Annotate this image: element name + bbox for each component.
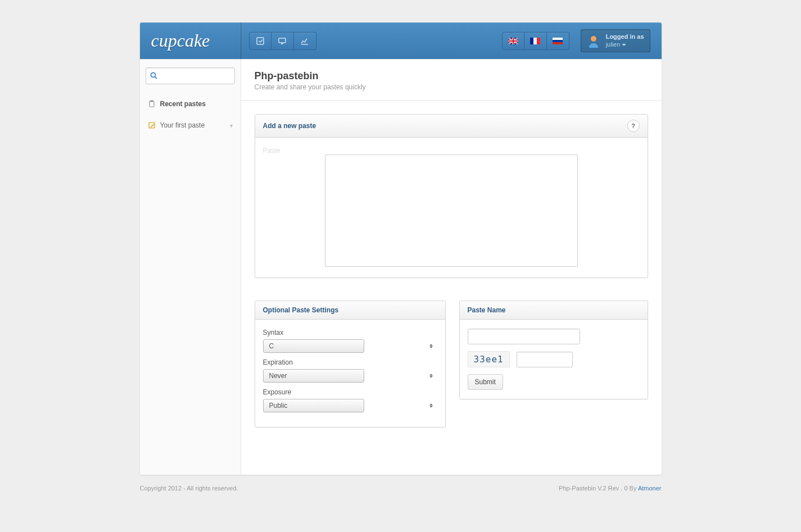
svg-point-9 [591, 36, 596, 42]
sidebar-item-first-paste[interactable]: Your first paste ▾ [146, 118, 235, 133]
flag-uk-icon [508, 38, 518, 44]
footer-credits: Php-Pastebin V.2 Rev . 0 By Atmoner [559, 485, 661, 492]
syntax-label: Syntax [263, 329, 437, 337]
svg-rect-4 [533, 38, 537, 44]
captcha-input[interactable] [517, 352, 573, 367]
recent-pastes-heading: Recent pastes [146, 97, 235, 111]
svg-rect-5 [537, 38, 540, 44]
help-button[interactable]: ? [627, 120, 640, 132]
monitor-button[interactable] [271, 32, 294, 50]
svg-rect-0 [257, 38, 264, 44]
search-input[interactable] [146, 67, 235, 84]
new-paste-button[interactable] [249, 32, 271, 50]
paste-textarea[interactable] [325, 154, 578, 267]
language-switcher [502, 32, 569, 50]
logo[interactable]: cupcake [151, 30, 241, 51]
topbar: cupcake [140, 22, 662, 59]
panel-title: Optional Paste Settings [263, 306, 339, 314]
svg-rect-7 [553, 40, 563, 42]
monitor-icon [278, 37, 287, 46]
chevron-down-icon: ▾ [230, 122, 233, 129]
stats-button[interactable] [294, 32, 316, 50]
caret-down-icon [622, 44, 626, 46]
page-title: Php-pastebin [255, 70, 648, 82]
user-menu[interactable]: Logged in as julien [581, 29, 650, 52]
svg-rect-3 [530, 38, 533, 44]
footer: Copyright 2012 - All rights reserved. Ph… [140, 485, 662, 492]
svg-point-10 [151, 73, 155, 78]
expiration-select[interactable]: Never [263, 369, 364, 383]
flag-fr-icon [530, 38, 540, 44]
submit-button[interactable]: Submit [468, 374, 503, 390]
paste-label: Paste [263, 147, 319, 154]
expiration-label: Expiration [263, 358, 437, 366]
footer-copyright: Copyright 2012 - All rights reserved. [140, 485, 238, 492]
user-name: julien [606, 41, 644, 48]
toolbar-buttons [249, 32, 316, 50]
main-content: Php-pastebin Create and share your paste… [241, 59, 662, 475]
syntax-select[interactable]: C [263, 339, 364, 353]
panel-paste-name: Paste Name 33ee1 Submit [459, 301, 648, 399]
avatar-icon [587, 34, 600, 48]
svg-rect-12 [151, 101, 153, 102]
paste-name-input[interactable] [468, 329, 580, 344]
lang-en[interactable] [502, 32, 524, 50]
exposure-label: Exposure [263, 388, 437, 396]
panel-title: Add a new paste [263, 122, 316, 130]
clipboard-icon [148, 100, 156, 108]
page-subtitle: Create and share your pastes quickly [255, 83, 648, 100]
note-icon [148, 121, 156, 129]
edit-icon [256, 37, 265, 46]
flag-ru-icon [553, 38, 563, 44]
panel-title: Paste Name [468, 306, 506, 314]
user-label: Logged in as [606, 33, 644, 40]
exposure-select[interactable]: Public [263, 399, 364, 412]
panel-settings: Optional Paste Settings Syntax C [255, 301, 446, 428]
footer-author-link[interactable]: Atmoner [638, 485, 662, 492]
lang-fr[interactable] [524, 32, 547, 50]
svg-rect-6 [553, 38, 563, 40]
panel-new-paste: Add a new paste ? Paste [255, 114, 648, 278]
svg-rect-13 [149, 122, 155, 128]
captcha-display: 33ee1 [468, 351, 510, 367]
sidebar: Recent pastes Your first paste ▾ [140, 59, 241, 475]
chart-icon [300, 37, 309, 46]
svg-rect-8 [553, 42, 563, 44]
lang-ru[interactable] [547, 32, 569, 50]
search-icon [150, 72, 158, 80]
svg-rect-1 [279, 38, 286, 43]
